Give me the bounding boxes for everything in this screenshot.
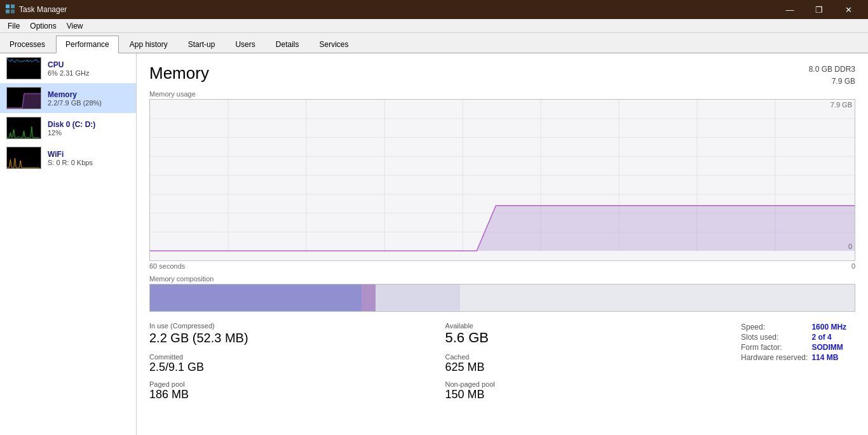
window-controls: — ❐ ✕ bbox=[775, 0, 863, 19]
cpu-mini-chart bbox=[6, 57, 41, 79]
cached-label: Cached bbox=[445, 353, 722, 361]
panel-title: Memory bbox=[149, 64, 209, 83]
cached-value: 625 MB bbox=[445, 361, 722, 375]
non-paged-pool-label: Non-paged pool bbox=[445, 380, 722, 388]
svg-rect-2 bbox=[6, 10, 10, 13]
in-use-label: In use (Compressed) bbox=[149, 322, 426, 330]
paged-pool-value: 186 MB bbox=[149, 388, 426, 402]
menu-file[interactable]: File bbox=[3, 20, 25, 32]
hw-reserved-value: 114 MB bbox=[811, 352, 850, 363]
composition-section: Memory composition bbox=[149, 275, 855, 312]
memory-desc: 2.2/7.9 GB (28%) bbox=[48, 99, 130, 107]
sidebar-item-wifi[interactable]: WiFi S: 0 R: 0 Kbps bbox=[0, 143, 136, 173]
graph-time-labels: 60 seconds 0 bbox=[149, 262, 855, 270]
form-value: SODIMM bbox=[811, 342, 850, 352]
stat-committed: Committed 2.5/9.1 GB bbox=[149, 353, 426, 375]
spec-line2: 7.9 GB bbox=[832, 77, 855, 86]
disk-mini-chart bbox=[6, 117, 41, 139]
available-value: 5.6 GB bbox=[445, 330, 722, 346]
composition-bar bbox=[149, 284, 855, 312]
menu-options[interactable]: Options bbox=[25, 20, 61, 32]
wifi-mini-chart bbox=[6, 147, 41, 169]
left-stats: In use (Compressed) 2.2 GB (52.3 MB) Ava… bbox=[149, 322, 722, 402]
stats-section: In use (Compressed) 2.2 GB (52.3 MB) Ava… bbox=[149, 322, 855, 402]
minimize-button[interactable]: — bbox=[775, 0, 804, 19]
panel-header: Memory 8.0 GB DDR3 7.9 GB bbox=[149, 64, 855, 88]
graph-container: 7.9 GB bbox=[149, 99, 855, 261]
wifi-info: WiFi S: 0 R: 0 Kbps bbox=[48, 150, 130, 166]
tab-startup[interactable]: Start-up bbox=[179, 36, 225, 53]
comp-modified bbox=[362, 284, 376, 311]
paged-pool-label: Paged pool bbox=[149, 380, 426, 388]
time-right-label: 0 bbox=[851, 262, 855, 270]
svg-rect-1 bbox=[11, 4, 15, 8]
stat-non-paged-pool: Non-paged pool 150 MB bbox=[445, 380, 722, 402]
cpu-info: CPU 6% 2.31 GHz bbox=[48, 60, 130, 77]
app-icon bbox=[5, 4, 15, 16]
slots-label: Slots used: bbox=[741, 332, 811, 342]
graph-section: Memory usage 7.9 GB bbox=[149, 90, 855, 270]
tab-users[interactable]: Users bbox=[226, 36, 264, 53]
performance-panel: Memory 8.0 GB DDR3 7.9 GB Memory usage 7… bbox=[137, 53, 868, 435]
sidebar-item-disk[interactable]: Disk 0 (C: D:) 12% bbox=[0, 113, 136, 143]
in-use-value: 2.2 GB (52.3 MB) bbox=[149, 330, 426, 346]
sidebar: CPU 6% 2.31 GHz Memory 2.2/7.9 GB (28%) … bbox=[0, 53, 137, 435]
speed-value: 1600 MHz bbox=[811, 322, 850, 332]
composition-label: Memory composition bbox=[149, 275, 855, 283]
sidebar-item-cpu[interactable]: CPU 6% 2.31 GHz bbox=[0, 53, 136, 83]
comp-standby bbox=[376, 284, 460, 311]
wifi-label: WiFi bbox=[48, 150, 130, 159]
available-label: Available bbox=[445, 322, 722, 330]
disk-label: Disk 0 (C: D:) bbox=[48, 120, 130, 129]
memory-info: Memory 2.2/7.9 GB (28%) bbox=[48, 90, 130, 107]
window-title: Task Manager bbox=[19, 5, 67, 14]
non-paged-pool-value: 150 MB bbox=[445, 388, 722, 402]
svg-rect-0 bbox=[6, 4, 10, 8]
tab-processes[interactable]: Processes bbox=[0, 36, 55, 53]
committed-value: 2.5/9.1 GB bbox=[149, 361, 426, 375]
time-left-label: 60 seconds bbox=[149, 262, 185, 270]
speed-label: Speed: bbox=[741, 322, 811, 332]
tab-services[interactable]: Services bbox=[309, 36, 358, 53]
cpu-desc: 6% 2.31 GHz bbox=[48, 69, 130, 77]
menu-bar: File Options View bbox=[0, 19, 868, 33]
wifi-desc: S: 0 R: 0 Kbps bbox=[48, 159, 130, 166]
menu-view[interactable]: View bbox=[62, 20, 88, 32]
graph-min-label: 0 bbox=[848, 243, 852, 250]
main-content: CPU 6% 2.31 GHz Memory 2.2/7.9 GB (28%) … bbox=[0, 53, 868, 435]
cpu-label: CPU bbox=[48, 60, 130, 69]
maximize-button[interactable]: ❐ bbox=[804, 0, 834, 19]
comp-in-use bbox=[150, 284, 362, 311]
memory-graph-svg bbox=[150, 100, 855, 260]
tab-performance[interactable]: Performance bbox=[56, 36, 119, 53]
tab-details[interactable]: Details bbox=[266, 36, 309, 53]
stats-grid: In use (Compressed) 2.2 GB (52.3 MB) Ava… bbox=[149, 322, 722, 402]
memory-label: Memory bbox=[48, 90, 130, 99]
title-bar: Task Manager — ❐ ✕ bbox=[0, 0, 868, 19]
stat-available: Available 5.6 GB bbox=[445, 322, 722, 346]
svg-rect-3 bbox=[11, 10, 15, 13]
memory-mini-chart bbox=[6, 87, 41, 109]
tab-app-history[interactable]: App history bbox=[120, 36, 177, 53]
stat-cached: Cached 625 MB bbox=[445, 353, 722, 375]
comp-free bbox=[460, 284, 855, 311]
panel-spec: 8.0 GB DDR3 7.9 GB bbox=[809, 64, 855, 88]
disk-desc: 12% bbox=[48, 129, 130, 137]
svg-marker-19 bbox=[150, 206, 855, 251]
stat-in-use: In use (Compressed) 2.2 GB (52.3 MB) bbox=[149, 322, 426, 346]
slots-value: 2 of 4 bbox=[811, 332, 850, 342]
form-label: Form factor: bbox=[741, 342, 811, 352]
sidebar-item-memory[interactable]: Memory 2.2/7.9 GB (28%) bbox=[0, 83, 136, 113]
stat-paged-pool: Paged pool 186 MB bbox=[149, 380, 426, 402]
close-button[interactable]: ✕ bbox=[834, 0, 863, 19]
committed-label: Committed bbox=[149, 353, 426, 361]
disk-info: Disk 0 (C: D:) 12% bbox=[48, 120, 130, 137]
tab-bar: Processes Performance App history Start-… bbox=[0, 33, 868, 53]
hw-reserved-label: Hardware reserved: bbox=[741, 352, 811, 363]
right-stats: Speed: 1600 MHz Slots used: 2 of 4 Form … bbox=[741, 322, 855, 402]
spec-line1: 8.0 GB DDR3 bbox=[809, 65, 855, 74]
graph-label: Memory usage bbox=[149, 90, 855, 98]
